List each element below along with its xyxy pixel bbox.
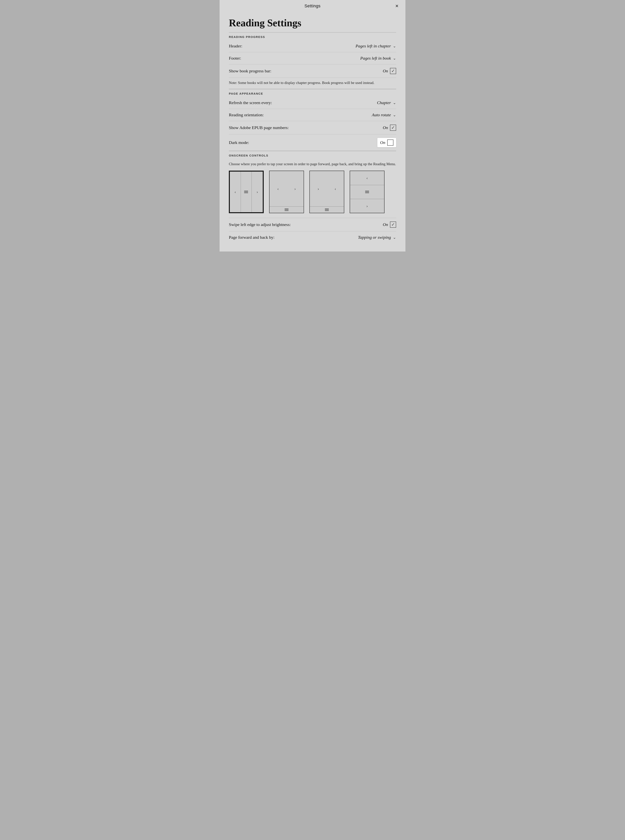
layout-option-3[interactable]: › ‹	[309, 170, 344, 213]
layout-options-container: ‹ › ‹ ›	[229, 170, 396, 218]
refresh-chevron-icon: ⌄	[393, 101, 396, 105]
page-forward-value-dropdown[interactable]: Tapping or swiping ⌄	[358, 235, 396, 240]
swipe-brightness-control[interactable]: On	[383, 222, 396, 228]
page-forward-chevron-icon: ⌄	[393, 235, 396, 240]
orientation-value-dropdown[interactable]: Auto rotate ⌄	[372, 112, 396, 118]
dark-mode-row: Dark mode: On	[229, 135, 396, 151]
lo2-forward-icon: ›	[294, 186, 295, 191]
header-setting-row: Header: Pages left in chapter ⌄	[229, 40, 396, 52]
page-title: Reading Settings	[229, 17, 396, 28]
orientation-chevron-icon: ⌄	[393, 113, 396, 117]
dark-mode-value: On	[380, 140, 385, 145]
lo2-back-icon: ‹	[277, 186, 278, 191]
lo4-back-row: ‹	[350, 171, 384, 185]
swipe-brightness-row: Swipe left edge to adjust brightness: On	[229, 218, 396, 231]
footer-setting-row: Footer: Pages left in book ⌄	[229, 52, 396, 64]
lo3-forward-icon: ›	[317, 186, 319, 191]
show-progress-bar-row: Show book progress bar: On	[229, 64, 396, 78]
layout-option-2[interactable]: ‹ ›	[269, 170, 304, 213]
layout-option-4[interactable]: ‹ ›	[350, 170, 384, 213]
swipe-brightness-label: Swipe left edge to adjust brightness:	[229, 222, 291, 227]
lo4-menu-row	[350, 185, 384, 199]
onscreen-description: Choose where you prefer to tap your scre…	[229, 159, 396, 171]
adobe-epub-row: Show Adobe EPUB page numbers: On	[229, 121, 396, 135]
header-chevron-icon: ⌄	[393, 44, 396, 48]
refresh-label: Refresh the screen every:	[229, 100, 272, 105]
lo2-bottom	[269, 206, 303, 213]
menu-icon-4	[365, 191, 369, 193]
dark-mode-label: Dark mode:	[229, 140, 249, 145]
adobe-epub-label: Show Adobe EPUB page numbers:	[229, 125, 289, 130]
lo1-menu-col	[241, 172, 252, 212]
footer-value-text: Pages left in book	[360, 56, 391, 61]
section-label-onscreen-controls: ONSCREEN CONTROLS	[229, 151, 396, 159]
header-label: Header:	[229, 43, 243, 48]
lo4-forward-row: ›	[350, 199, 384, 213]
lo1-back-col: ‹	[230, 172, 241, 212]
section-label-reading-progress: READING PROGRESS	[229, 33, 396, 40]
show-progress-bar-value: On	[383, 68, 388, 73]
show-progress-bar-checkbox[interactable]	[390, 68, 396, 74]
page-forward-row: Page forward and back by: Tapping or swi…	[229, 231, 396, 243]
menu-icon-3	[325, 209, 329, 211]
lo3-back-icon: ‹	[334, 186, 336, 191]
refresh-value-dropdown[interactable]: Chapter ⌄	[377, 100, 396, 105]
lo1-forward-col: ›	[252, 172, 263, 212]
footer-label: Footer:	[229, 56, 241, 61]
menu-icon-2	[285, 209, 289, 211]
show-progress-bar-label: Show book progress bar:	[229, 68, 271, 73]
orientation-label: Reading orientation:	[229, 112, 264, 118]
adobe-epub-value: On	[383, 125, 388, 130]
modal-header: Settings ×	[219, 0, 406, 12]
refresh-value-text: Chapter	[377, 100, 391, 105]
header-value-dropdown[interactable]: Pages left in chapter ⌄	[356, 43, 396, 48]
orientation-setting-row: Reading orientation: Auto rotate ⌄	[229, 109, 396, 121]
modal-title: Settings	[305, 3, 320, 9]
dark-mode-control[interactable]: On	[377, 138, 396, 147]
page-forward-value-text: Tapping or swiping	[358, 235, 391, 240]
page-forward-label: Page forward and back by:	[229, 235, 275, 240]
lo3-bottom	[310, 206, 344, 213]
swipe-brightness-checkbox[interactable]	[390, 222, 396, 228]
swipe-brightness-value: On	[383, 222, 388, 227]
settings-content: Reading Settings READING PROGRESS Header…	[219, 12, 406, 251]
layout-option-1[interactable]: ‹ ›	[229, 170, 264, 213]
menu-icon-1	[244, 191, 248, 193]
footer-chevron-icon: ⌄	[393, 56, 396, 60]
adobe-epub-control[interactable]: On	[383, 125, 396, 131]
show-progress-bar-control[interactable]: On	[383, 68, 396, 74]
lo3-top: › ‹	[310, 171, 344, 206]
lo2-top: ‹ ›	[269, 171, 303, 206]
progress-note: Note: Some books will not be able to dis…	[229, 78, 396, 89]
dark-mode-checkbox[interactable]	[387, 139, 393, 146]
adobe-epub-checkbox[interactable]	[390, 125, 396, 131]
orientation-value-text: Auto rotate	[372, 112, 391, 118]
close-button[interactable]: ×	[395, 3, 398, 9]
header-value-text: Pages left in chapter	[356, 43, 391, 48]
section-label-page-appearance: PAGE APPEARANCE	[229, 89, 396, 97]
settings-modal: Settings × Reading Settings READING PROG…	[219, 0, 406, 251]
refresh-setting-row: Refresh the screen every: Chapter ⌄	[229, 97, 396, 109]
footer-value-dropdown[interactable]: Pages left in book ⌄	[360, 56, 396, 61]
